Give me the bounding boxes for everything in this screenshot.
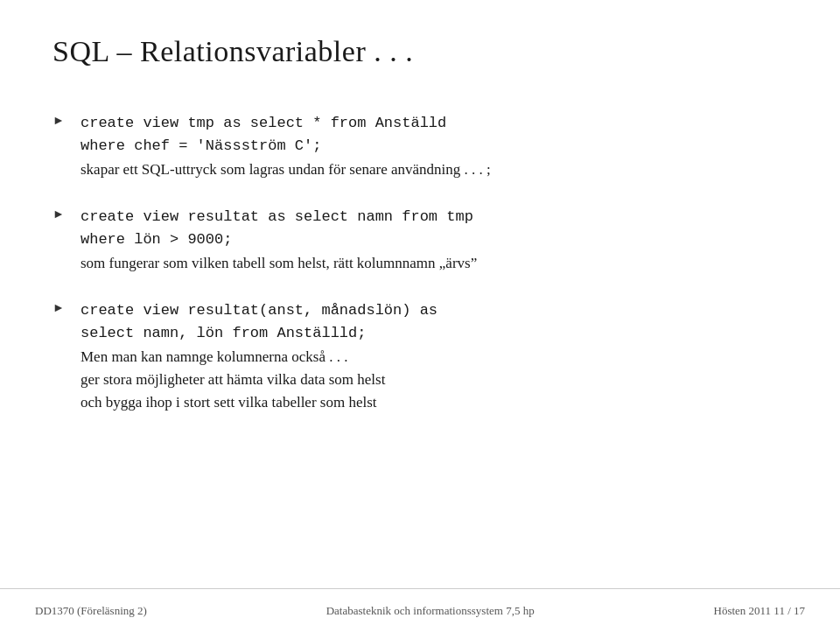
- bullet-item-3: ► create view resultat(anst, månadslön) …: [52, 299, 788, 415]
- bullet-content-3: create view resultat(anst, månadslön) as…: [80, 299, 788, 415]
- slide-container: SQL – Relationsvariabler . . . ► create …: [0, 0, 840, 632]
- bullet-item-1: ► create view tmp as select * from Anstä…: [52, 112, 788, 181]
- bullet2-line3: som fungerar som vilken tabell som helst…: [80, 252, 788, 275]
- bullet2-line1: create view resultat as select namn from…: [80, 206, 788, 228]
- bullet3-line5: och bygga ihop i stort sett vilka tabell…: [80, 391, 788, 414]
- bullet1-line3: skapar ett SQL-uttryck som lagras undan …: [80, 158, 788, 181]
- bullet2-line2: where lön > 9000;: [80, 228, 788, 251]
- bullet3-line2: select namn, lön from Anställld;: [80, 322, 788, 345]
- footer-right: Hösten 2011 11 / 17: [714, 604, 805, 618]
- bullet-content-2: create view resultat as select namn from…: [80, 206, 788, 275]
- slide-title: SQL – Relationsvariabler . . .: [52, 35, 788, 68]
- bullet-arrow-3: ►: [52, 301, 66, 315]
- bullet1-line1: create view tmp as select * from Anställ…: [80, 112, 788, 135]
- bullet-arrow-2: ►: [52, 207, 66, 221]
- bullet3-line1: create view resultat(anst, månadslön) as: [80, 299, 788, 322]
- content-area: ► create view tmp as select * from Anstä…: [52, 112, 788, 571]
- bullet-item-2: ► create view resultat as select namn fr…: [52, 206, 788, 275]
- bullet3-line3: Men man kan namnge kolumnerna också . . …: [80, 346, 788, 369]
- footer: DD1370 (Föreläsning 2) Databasteknik och…: [0, 588, 840, 632]
- bullet3-line4: ger stora möjligheter att hämta vilka da…: [80, 369, 788, 391]
- footer-left: DD1370 (Föreläsning 2): [35, 604, 147, 618]
- bullet1-line2: where chef = 'Nässström C';: [80, 135, 788, 158]
- bullet-content-1: create view tmp as select * from Anställ…: [80, 112, 788, 181]
- bullet-arrow-1: ►: [52, 114, 66, 128]
- footer-center: Databasteknik och informationssystem 7,5…: [326, 604, 535, 618]
